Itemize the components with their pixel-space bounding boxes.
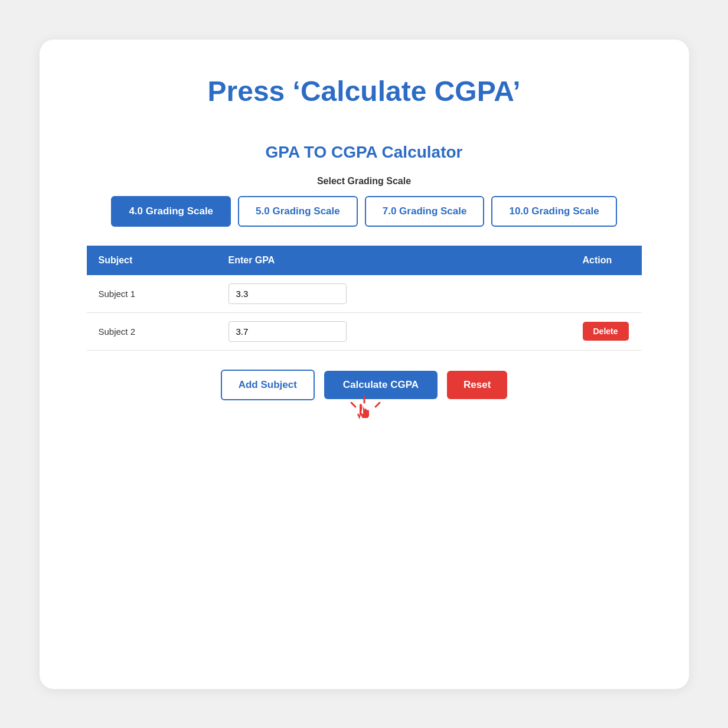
svg-line-2 bbox=[351, 403, 355, 407]
calculate-cgpa-button[interactable]: Calculate CGPA bbox=[324, 371, 438, 399]
cursor-icon bbox=[347, 394, 382, 430]
grade-scale-10[interactable]: 10.0 Grading Scale bbox=[491, 196, 616, 227]
subject-name-2: Subject 2 bbox=[87, 312, 217, 350]
reset-button[interactable]: Reset bbox=[447, 371, 507, 399]
add-subject-button[interactable]: Add Subject bbox=[221, 370, 315, 400]
calculator-section: GPA TO CGPA Calculator Select Grading Sc… bbox=[87, 143, 642, 400]
cursor-overlay bbox=[347, 394, 382, 432]
subject-name-1: Subject 1 bbox=[87, 275, 217, 313]
action-cell-2: Delete bbox=[571, 312, 642, 350]
col-gpa: Enter GPA bbox=[217, 246, 571, 275]
col-subject: Subject bbox=[87, 246, 217, 275]
grade-scale-7[interactable]: 7.0 Grading Scale bbox=[365, 196, 485, 227]
grading-scale-label: Select Grading Scale bbox=[317, 176, 411, 187]
table-row: Subject 2 Delete bbox=[87, 312, 642, 350]
col-action: Action bbox=[571, 246, 642, 275]
gpa-cell-1 bbox=[217, 275, 571, 313]
grading-scale-buttons: 4.0 Grading Scale 5.0 Grading Scale 7.0 … bbox=[111, 196, 616, 227]
table-row: Subject 1 bbox=[87, 275, 642, 313]
svg-line-1 bbox=[376, 403, 380, 407]
gpa-input-1[interactable] bbox=[228, 283, 347, 304]
action-cell-1 bbox=[571, 275, 642, 313]
gpa-input-2[interactable] bbox=[228, 321, 347, 342]
calc-title: GPA TO CGPA Calculator bbox=[266, 143, 463, 162]
table-header-row: Subject Enter GPA Action bbox=[87, 246, 642, 275]
gpa-cell-2 bbox=[217, 312, 571, 350]
main-card: Press ‘Calculate CGPA’ GPA TO CGPA Calcu… bbox=[40, 40, 689, 689]
page-title: Press ‘Calculate CGPA’ bbox=[207, 75, 520, 107]
grade-scale-4[interactable]: 4.0 Grading Scale bbox=[111, 196, 231, 227]
delete-button-2[interactable]: Delete bbox=[583, 322, 629, 341]
action-buttons: Add Subject Calculate CGPA Reset bbox=[221, 370, 508, 400]
subjects-table: Subject Enter GPA Action Subject 1 Subje… bbox=[87, 246, 642, 351]
grade-scale-5[interactable]: 5.0 Grading Scale bbox=[238, 196, 358, 227]
